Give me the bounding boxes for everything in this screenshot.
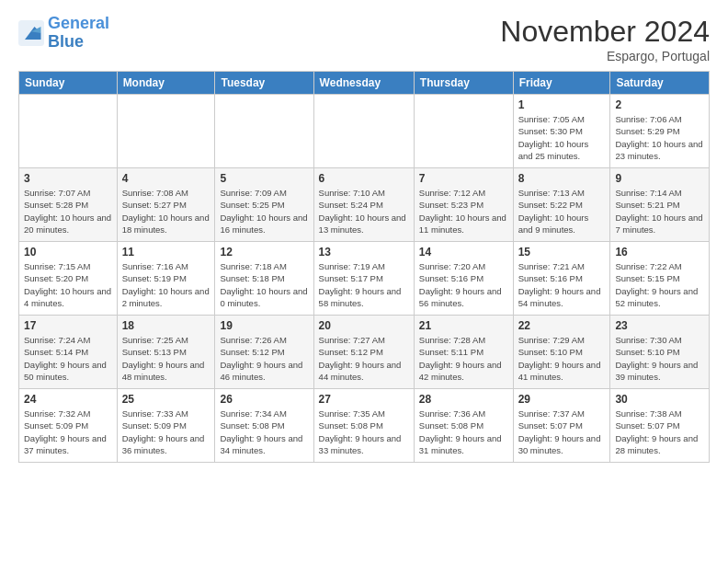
day-number: 15 — [518, 246, 606, 259]
day-number: 28 — [419, 393, 508, 406]
calendar-cell: 24Sunrise: 7:32 AM Sunset: 5:09 PM Dayli… — [19, 389, 118, 463]
week-row-3: 10Sunrise: 7:15 AM Sunset: 5:20 PM Dayli… — [19, 242, 710, 316]
calendar: SundayMondayTuesdayWednesdayThursdayFrid… — [18, 71, 710, 463]
day-info: Sunrise: 7:37 AM Sunset: 5:07 PM Dayligh… — [518, 408, 606, 456]
calendar-cell: 9Sunrise: 7:14 AM Sunset: 5:21 PM Daylig… — [610, 168, 710, 242]
day-number: 7 — [419, 172, 508, 185]
day-number: 6 — [319, 172, 409, 185]
day-number: 9 — [615, 172, 704, 185]
calendar-cell — [215, 95, 313, 168]
calendar-cell: 20Sunrise: 7:27 AM Sunset: 5:12 PM Dayli… — [313, 316, 414, 389]
day-info: Sunrise: 7:10 AM Sunset: 5:24 PM Dayligh… — [319, 187, 409, 236]
day-header-tuesday: Tuesday — [215, 72, 313, 95]
day-number: 20 — [319, 319, 409, 332]
calendar-cell: 26Sunrise: 7:34 AM Sunset: 5:08 PM Dayli… — [215, 389, 313, 463]
calendar-cell: 10Sunrise: 7:15 AM Sunset: 5:20 PM Dayli… — [19, 242, 118, 316]
day-info: Sunrise: 7:26 AM Sunset: 5:12 PM Dayligh… — [220, 334, 308, 383]
logo-line1: General — [48, 14, 109, 32]
day-number: 11 — [122, 246, 210, 259]
day-info: Sunrise: 7:19 AM Sunset: 5:17 PM Dayligh… — [319, 260, 409, 309]
logo: General Blue — [18, 15, 109, 52]
day-number: 4 — [122, 172, 210, 185]
day-info: Sunrise: 7:38 AM Sunset: 5:07 PM Dayligh… — [615, 408, 704, 456]
day-number: 17 — [24, 319, 112, 332]
calendar-cell — [414, 95, 513, 168]
calendar-cell: 14Sunrise: 7:20 AM Sunset: 5:16 PM Dayli… — [414, 242, 513, 316]
day-info: Sunrise: 7:12 AM Sunset: 5:23 PM Dayligh… — [419, 187, 508, 236]
calendar-header: SundayMondayTuesdayWednesdayThursdayFrid… — [19, 72, 710, 95]
logo-icon — [18, 20, 44, 46]
calendar-cell: 7Sunrise: 7:12 AM Sunset: 5:23 PM Daylig… — [414, 168, 513, 242]
day-number: 23 — [615, 319, 704, 332]
day-number: 27 — [319, 393, 409, 406]
day-info: Sunrise: 7:28 AM Sunset: 5:11 PM Dayligh… — [419, 334, 508, 383]
day-header-saturday: Saturday — [610, 72, 710, 95]
calendar-cell: 18Sunrise: 7:25 AM Sunset: 5:13 PM Dayli… — [117, 316, 215, 389]
day-info: Sunrise: 7:30 AM Sunset: 5:10 PM Dayligh… — [615, 334, 704, 383]
calendar-cell: 5Sunrise: 7:09 AM Sunset: 5:25 PM Daylig… — [215, 168, 313, 242]
week-row-1: 1Sunrise: 7:05 AM Sunset: 5:30 PM Daylig… — [19, 95, 710, 168]
day-info: Sunrise: 7:29 AM Sunset: 5:10 PM Dayligh… — [518, 334, 606, 383]
day-info: Sunrise: 7:36 AM Sunset: 5:08 PM Dayligh… — [419, 408, 508, 456]
day-number: 8 — [518, 172, 606, 185]
day-info: Sunrise: 7:20 AM Sunset: 5:16 PM Dayligh… — [419, 260, 508, 309]
day-info: Sunrise: 7:27 AM Sunset: 5:12 PM Dayligh… — [319, 334, 409, 383]
calendar-cell — [117, 95, 215, 168]
month-year: November 2024 — [500, 15, 710, 49]
day-info: Sunrise: 7:16 AM Sunset: 5:19 PM Dayligh… — [122, 260, 210, 309]
calendar-cell: 17Sunrise: 7:24 AM Sunset: 5:14 PM Dayli… — [19, 316, 118, 389]
day-info: Sunrise: 7:13 AM Sunset: 5:22 PM Dayligh… — [518, 187, 606, 236]
calendar-cell: 28Sunrise: 7:36 AM Sunset: 5:08 PM Dayli… — [414, 389, 513, 463]
day-number: 19 — [220, 319, 308, 332]
day-number: 25 — [122, 393, 210, 406]
day-number: 2 — [615, 98, 704, 111]
day-header-thursday: Thursday — [414, 72, 513, 95]
day-number: 24 — [24, 393, 112, 406]
calendar-cell: 2Sunrise: 7:06 AM Sunset: 5:29 PM Daylig… — [610, 95, 710, 168]
day-info: Sunrise: 7:05 AM Sunset: 5:30 PM Dayligh… — [518, 113, 606, 162]
day-info: Sunrise: 7:35 AM Sunset: 5:08 PM Dayligh… — [319, 408, 409, 456]
calendar-cell — [19, 95, 118, 168]
calendar-cell: 23Sunrise: 7:30 AM Sunset: 5:10 PM Dayli… — [610, 316, 710, 389]
day-number: 16 — [615, 246, 704, 259]
calendar-body: 1Sunrise: 7:05 AM Sunset: 5:30 PM Daylig… — [19, 95, 710, 463]
day-number: 18 — [122, 319, 210, 332]
day-info: Sunrise: 7:09 AM Sunset: 5:25 PM Dayligh… — [220, 187, 308, 236]
day-info: Sunrise: 7:15 AM Sunset: 5:20 PM Dayligh… — [24, 260, 112, 309]
day-info: Sunrise: 7:32 AM Sunset: 5:09 PM Dayligh… — [24, 408, 112, 456]
day-header-sunday: Sunday — [19, 72, 118, 95]
week-row-4: 17Sunrise: 7:24 AM Sunset: 5:14 PM Dayli… — [19, 316, 710, 389]
calendar-cell: 4Sunrise: 7:08 AM Sunset: 5:27 PM Daylig… — [117, 168, 215, 242]
day-info: Sunrise: 7:34 AM Sunset: 5:08 PM Dayligh… — [220, 408, 308, 456]
day-header-wednesday: Wednesday — [313, 72, 414, 95]
day-number: 10 — [24, 246, 112, 259]
day-info: Sunrise: 7:21 AM Sunset: 5:16 PM Dayligh… — [518, 260, 606, 309]
calendar-cell — [313, 95, 414, 168]
location: Espargo, Portugal — [500, 49, 710, 63]
calendar-cell: 16Sunrise: 7:22 AM Sunset: 5:15 PM Dayli… — [610, 242, 710, 316]
day-header-friday: Friday — [513, 72, 610, 95]
header-row: SundayMondayTuesdayWednesdayThursdayFrid… — [19, 72, 710, 95]
calendar-cell: 3Sunrise: 7:07 AM Sunset: 5:28 PM Daylig… — [19, 168, 118, 242]
day-info: Sunrise: 7:25 AM Sunset: 5:13 PM Dayligh… — [122, 334, 210, 383]
day-number: 3 — [24, 172, 112, 185]
day-number: 14 — [419, 246, 508, 259]
day-info: Sunrise: 7:07 AM Sunset: 5:28 PM Dayligh… — [24, 187, 112, 236]
logo-text: General Blue — [48, 15, 109, 52]
day-info: Sunrise: 7:08 AM Sunset: 5:27 PM Dayligh… — [122, 187, 210, 236]
calendar-cell: 11Sunrise: 7:16 AM Sunset: 5:19 PM Dayli… — [117, 242, 215, 316]
day-info: Sunrise: 7:22 AM Sunset: 5:15 PM Dayligh… — [615, 260, 704, 309]
calendar-cell: 22Sunrise: 7:29 AM Sunset: 5:10 PM Dayli… — [513, 316, 610, 389]
calendar-cell: 15Sunrise: 7:21 AM Sunset: 5:16 PM Dayli… — [513, 242, 610, 316]
day-info: Sunrise: 7:14 AM Sunset: 5:21 PM Dayligh… — [615, 187, 704, 236]
calendar-cell: 27Sunrise: 7:35 AM Sunset: 5:08 PM Dayli… — [313, 389, 414, 463]
day-number: 30 — [615, 393, 704, 406]
day-number: 1 — [518, 98, 606, 111]
day-number: 5 — [220, 172, 308, 185]
title-block: November 2024 Espargo, Portugal — [500, 15, 710, 63]
logo-line2: Blue — [48, 33, 109, 52]
day-header-monday: Monday — [117, 72, 215, 95]
calendar-cell: 13Sunrise: 7:19 AM Sunset: 5:17 PM Dayli… — [313, 242, 414, 316]
calendar-cell: 8Sunrise: 7:13 AM Sunset: 5:22 PM Daylig… — [513, 168, 610, 242]
day-number: 12 — [220, 246, 308, 259]
